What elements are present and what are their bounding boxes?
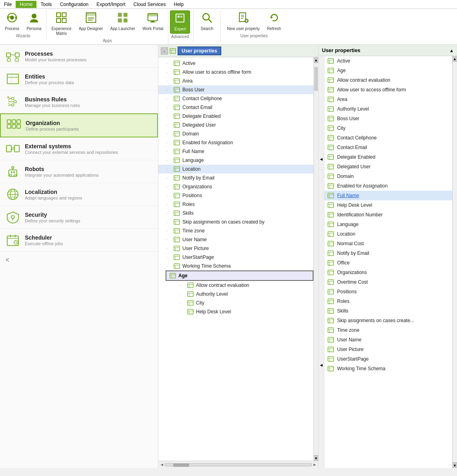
right-panel-arrow-up[interactable]: ▲ [449,48,454,53]
right-list-item[interactable]: Authority Level [324,104,452,114]
right-list-item[interactable]: Contact Email [324,143,452,152]
sidebar-item-robots[interactable]: Robots Integrate your automated applicat… [0,160,158,183]
tree-item[interactable]: · Notify by Email [158,173,313,182]
sidebar-collapse-button[interactable]: < [0,252,158,268]
tree-item[interactable]: · User Picture [158,244,313,253]
sidebar-item-organization[interactable]: Organization Define process participants [0,113,158,137]
right-list-item[interactable]: Age [324,66,452,75]
right-list-item[interactable]: Positions [324,287,452,296]
scroll-up-arrow[interactable]: ▲ [314,57,318,63]
tree-item[interactable]: · Active [158,59,313,68]
age-group-header[interactable]: Age [166,270,313,281]
right-vertical-scrollbar[interactable]: ▲ ▼ [452,56,457,468]
tree-item[interactable]: · Delegated User [158,121,313,129]
sub-group-item[interactable]: · City [172,299,313,307]
right-list-item[interactable]: Enabled for Assignation [324,181,452,191]
right-list-item[interactable]: Skills [324,306,452,316]
right-list-item[interactable]: Help Desk Level [324,200,452,210]
tree-item[interactable]: · Working Time Schema [158,262,313,270]
menu-configuration[interactable]: Configuration [56,1,92,8]
tree-item[interactable]: · Allow user to access offline form [158,68,313,77]
right-collapse-arrow-bottom[interactable]: ◄ [319,262,324,468]
right-list-item[interactable]: Identification Number [324,210,452,220]
tree-item[interactable]: · Skip assignments on cases created by [158,218,313,226]
new-user-property-button[interactable]: New user property [224,10,263,33]
collapse-tree-button[interactable]: - [161,47,168,54]
right-collapse-arrow-top[interactable]: ◄ [319,56,324,262]
right-list-item[interactable]: Overtime Cost [324,277,452,287]
tree-item[interactable]: · Contact Email [158,103,313,112]
tree-item[interactable]: · User Name [158,235,313,244]
right-list-item[interactable]: Skip assignments on cases create... [324,316,452,325]
sidebar-item-localization[interactable]: Localization Adapt languages and regions [0,183,158,206]
tree-item[interactable]: · Contact Cellphone [158,94,313,103]
tree-item[interactable]: · Positions [158,191,313,200]
right-list-item[interactable]: Normal Cost [324,239,452,248]
right-list-item[interactable]: Delegate Enabled [324,152,452,162]
right-list-item[interactable]: UserStartPage [324,354,452,364]
right-scroll-down[interactable]: ▼ [453,462,457,468]
sub-group-item[interactable]: · Allow contract evaluation [172,281,313,290]
scroll-left-arrow[interactable]: ◄ [160,462,164,467]
scroll-thumb[interactable] [314,67,318,91]
tree-item[interactable]: · Roles [158,200,313,209]
right-list-item[interactable]: User Picture [324,345,452,354]
right-list-item[interactable]: Contact Cellphone [324,133,452,143]
right-list-item[interactable]: Active [324,56,452,66]
right-list-item[interactable]: Location [324,229,452,239]
tree-item[interactable]: · Full Name [158,147,313,156]
menu-help[interactable]: Help [170,1,188,8]
right-list-item[interactable]: Language [324,220,452,229]
scroll-down-arrow[interactable]: ▼ [314,455,318,461]
right-list-item[interactable]: Delegated User [324,162,452,171]
tree-item[interactable]: · Skills [158,209,313,218]
sidebar-item-processes[interactable]: Processes Model your business processes [0,45,158,68]
right-list-item[interactable]: Allow contract evaluation [324,75,452,85]
menu-export-import[interactable]: Export/Import [93,1,129,8]
right-list-item[interactable]: Notify by Email [324,248,452,258]
right-list-item[interactable]: Domain [324,171,452,181]
tree-item[interactable]: · Area [158,77,313,85]
menu-home[interactable]: Home [16,1,36,8]
right-scroll-up[interactable]: ▲ [453,56,457,62]
persona-button[interactable]: Persona [23,10,44,33]
tree-item[interactable]: · Time zone [158,226,313,235]
sidebar-item-business-rules[interactable]: ✗ Business Rules Manage your business ru… [0,91,158,113]
tree-item[interactable]: · Location [158,165,313,173]
right-list-item[interactable]: City [324,123,452,133]
app-designer-button[interactable]: App Designer [75,10,106,38]
right-list-item[interactable]: Time zone [324,325,452,335]
tree-item[interactable]: · UserStartPage [158,253,313,262]
tree-item[interactable]: · Delegate Enabled [158,112,313,121]
right-list-item[interactable]: Roles [324,296,452,306]
experience-matrix-button[interactable]: ExperienceMatrix [48,10,75,38]
right-list-item[interactable]: Area [324,95,452,104]
menu-file[interactable]: File [0,1,16,8]
right-list-item[interactable]: User Name [324,335,452,345]
menu-tools[interactable]: Tools [36,1,56,8]
right-list-item[interactable]: Full Name [324,191,452,200]
tree-item[interactable]: · Language [158,156,313,165]
refresh-button[interactable]: Refresh [264,10,284,33]
sidebar-item-external-systems[interactable]: External systems Connect your external s… [0,137,158,160]
sidebar-item-entities[interactable]: Entities Define your process data [0,68,158,91]
center-vertical-scrollbar[interactable]: ▲ ▼ [313,57,318,461]
tree-item[interactable]: · Organizations [158,182,313,191]
h-scroll-track[interactable] [165,463,312,466]
sub-group-item[interactable]: · Authority Level [172,290,313,299]
tree-item[interactable]: · Boss User [158,85,313,94]
right-list-item[interactable]: Boss User [324,114,452,123]
center-horizontal-scrollbar[interactable]: ◄ ► [158,461,318,468]
right-list-item[interactable]: Allow user to access offline form [324,85,452,95]
tree-item[interactable]: · Domain [158,129,313,138]
work-portal-button[interactable]: Work Portal [139,10,166,38]
scroll-right-arrow[interactable]: ► [313,462,317,467]
tree-item[interactable]: · Enabled for Assignation [158,138,313,147]
right-list-item[interactable]: Working Time Schema [324,364,452,373]
sidebar-item-security[interactable]: Security Define your security settings [0,206,158,229]
h-scroll-thumb[interactable] [173,464,189,467]
menu-cloud-services[interactable]: Cloud Services [129,1,170,8]
expert-button[interactable]: Expert [170,10,190,34]
right-list-item[interactable]: Organizations [324,268,452,277]
right-list-item[interactable]: Office [324,258,452,268]
